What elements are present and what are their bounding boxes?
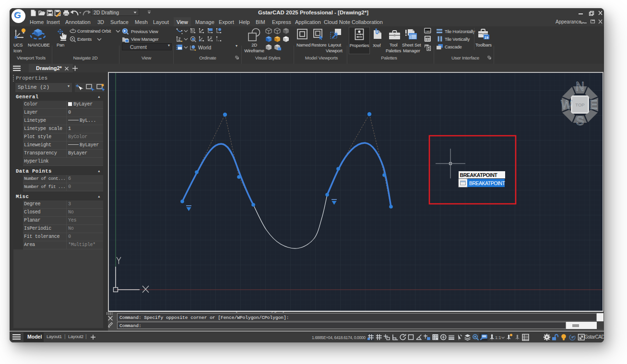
svg-text:N: N	[576, 80, 584, 93]
svg-text:BREAKATPOINT: BREAKATPOINT	[460, 172, 498, 178]
svg-text:TOP: TOP	[575, 102, 584, 107]
svg-text:BREAKATPOINT: BREAKATPOINT	[469, 180, 505, 186]
svg-text:1:1: 1:1	[495, 335, 501, 340]
svg-text:CMD: CMD	[426, 30, 430, 33]
svg-text:E: E	[590, 98, 598, 111]
svg-text:S: S	[576, 114, 584, 128]
svg-text:W: W	[561, 98, 572, 111]
svg-text:19: 19	[485, 36, 488, 39]
